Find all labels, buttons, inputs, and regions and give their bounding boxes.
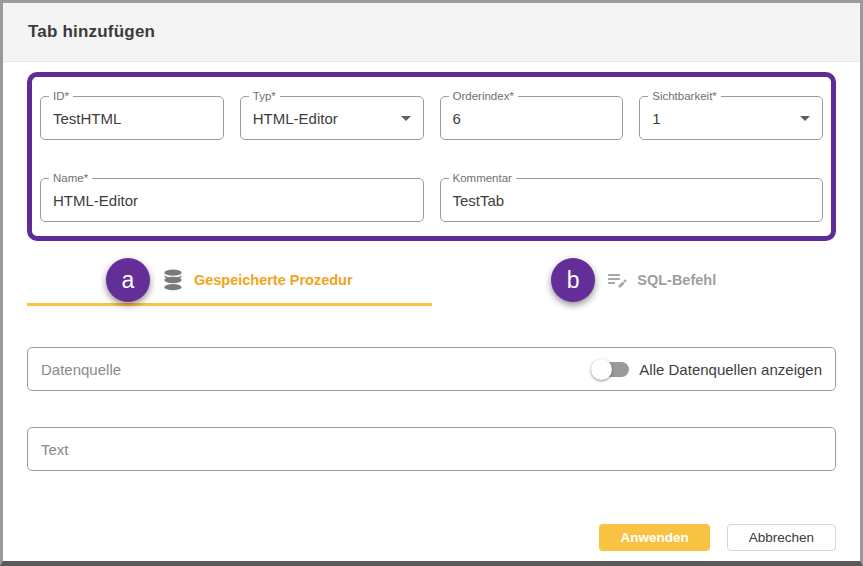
sichtbarkeit-select-value: 1 bbox=[652, 110, 660, 127]
orderindex-field-value: 6 bbox=[453, 110, 461, 127]
dialog-title: Tab hinzufügen bbox=[28, 22, 155, 42]
sichtbarkeit-select-label: Sichtbarkeit* bbox=[648, 89, 721, 103]
datenquelle-placeholder: Datenquelle bbox=[41, 361, 121, 378]
id-field[interactable]: ID* TestHTML bbox=[40, 96, 224, 140]
dialog-header: Tab hinzufügen bbox=[3, 3, 860, 62]
toggle-thumb bbox=[591, 359, 612, 380]
dialog-body: ID* TestHTML Typ* HTML-Editor Orderindex… bbox=[3, 72, 860, 471]
tab-sql-befehl-label: SQL-Befehl bbox=[637, 272, 716, 288]
edit-note-icon bbox=[605, 268, 629, 292]
source-type-tabs: a Gespeicherte Prozedur b bbox=[27, 257, 836, 306]
name-field-label: Name* bbox=[49, 171, 92, 185]
id-field-value: TestHTML bbox=[53, 110, 121, 127]
text-field-placeholder: Text bbox=[41, 441, 69, 458]
fields-row-2: Name* HTML-Editor Kommentar TestTab bbox=[40, 178, 823, 222]
kommentar-field[interactable]: Kommentar TestTab bbox=[440, 178, 824, 222]
chevron-down-icon bbox=[800, 116, 810, 121]
name-field[interactable]: Name* HTML-Editor bbox=[40, 178, 424, 222]
tab-gespeicherte-prozedur[interactable]: a Gespeicherte Prozedur bbox=[27, 257, 432, 306]
name-field-value: HTML-Editor bbox=[53, 192, 138, 209]
kommentar-field-label: Kommentar bbox=[449, 171, 516, 185]
chevron-down-icon bbox=[401, 116, 411, 121]
add-tab-dialog: Tab hinzufügen ID* TestHTML Typ* HTML-Ed… bbox=[0, 0, 863, 566]
datenquelle-field[interactable]: Datenquelle Alle Datenquellen anzeigen bbox=[27, 347, 836, 391]
fields-row-1: ID* TestHTML Typ* HTML-Editor Orderindex… bbox=[40, 96, 823, 140]
typ-select-value: HTML-Editor bbox=[253, 110, 338, 127]
toggle-group: Alle Datenquellen anzeigen bbox=[593, 361, 822, 378]
orderindex-field[interactable]: Orderindex* 6 bbox=[440, 96, 624, 140]
anwenden-button[interactable]: Anwenden bbox=[599, 524, 709, 551]
alle-datenquellen-toggle-label: Alle Datenquellen anzeigen bbox=[639, 361, 822, 378]
alle-datenquellen-toggle[interactable] bbox=[593, 362, 629, 377]
typ-select[interactable]: Typ* HTML-Editor bbox=[240, 96, 424, 140]
tab-gespeicherte-prozedur-label: Gespeicherte Prozedur bbox=[194, 272, 353, 288]
kommentar-field-value: TestTab bbox=[453, 192, 505, 209]
database-icon bbox=[160, 267, 186, 293]
sichtbarkeit-select[interactable]: Sichtbarkeit* 1 bbox=[639, 96, 823, 140]
typ-select-label: Typ* bbox=[249, 89, 280, 103]
dialog-footer: Anwenden Abbrechen bbox=[599, 524, 836, 551]
tab-sql-befehl[interactable]: b SQL-Befehl bbox=[432, 257, 837, 306]
annotation-marker-a: a bbox=[106, 258, 150, 302]
abbrechen-button[interactable]: Abbrechen bbox=[727, 524, 836, 551]
annotation-marker-b: b bbox=[551, 258, 595, 302]
text-field[interactable]: Text bbox=[27, 427, 836, 471]
annotation-highlight-box: ID* TestHTML Typ* HTML-Editor Orderindex… bbox=[27, 72, 836, 241]
id-field-label: ID* bbox=[49, 89, 73, 103]
orderindex-field-label: Orderindex* bbox=[449, 89, 518, 103]
